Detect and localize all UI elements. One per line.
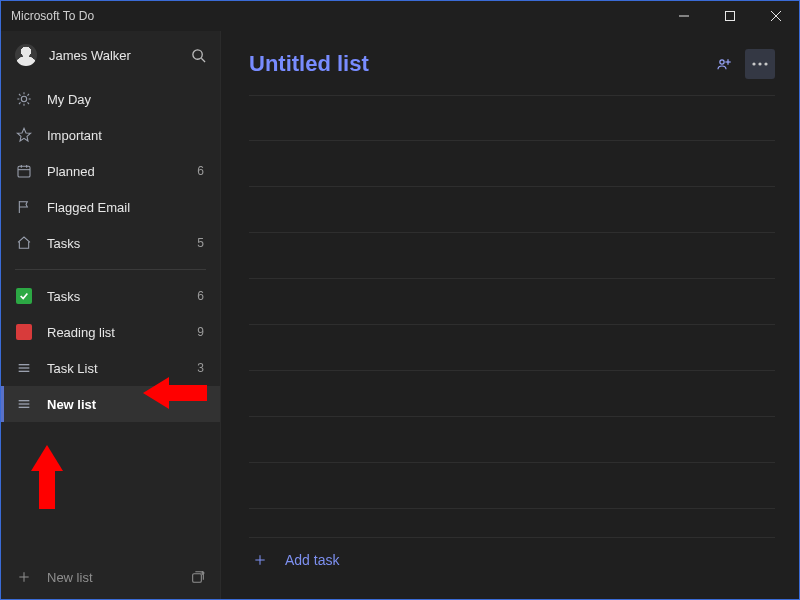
- new-list-label: New list: [47, 570, 190, 585]
- svg-line-13: [19, 102, 21, 104]
- add-task-label: Add task: [285, 552, 339, 568]
- sidebar-item-label: Important: [47, 128, 204, 143]
- svg-line-12: [27, 102, 29, 104]
- share-icon: [716, 56, 732, 72]
- sidebar-item-user-tasks[interactable]: Tasks 6: [1, 278, 220, 314]
- sidebar-item-task-list[interactable]: Task List 3: [1, 350, 220, 386]
- title-bar: Microsoft To Do: [1, 1, 799, 31]
- list-color-icon: [15, 324, 33, 340]
- sidebar-item-count: 6: [197, 289, 204, 303]
- sidebar-item-flagged-email[interactable]: Flagged Email: [1, 189, 220, 225]
- sidebar-item-count: 9: [197, 325, 204, 339]
- sidebar-item-label: Flagged Email: [47, 200, 204, 215]
- main-header: Untitled list: [221, 31, 799, 85]
- sidebar-item-important[interactable]: Important: [1, 117, 220, 153]
- search-icon: [191, 48, 206, 63]
- svg-point-4: [193, 49, 202, 58]
- sidebar-item-label: Task List: [47, 361, 197, 376]
- task-row[interactable]: [249, 95, 775, 141]
- task-row[interactable]: [249, 187, 775, 233]
- star-icon: [15, 127, 33, 143]
- share-button[interactable]: [709, 49, 739, 79]
- window-controls: [661, 1, 799, 31]
- search-button[interactable]: [191, 48, 206, 63]
- app-window: Microsoft To Do James Walker: [0, 0, 800, 600]
- add-task-row[interactable]: Add task: [249, 537, 775, 581]
- sidebar-item-my-day[interactable]: My Day: [1, 81, 220, 117]
- task-row[interactable]: [249, 371, 775, 417]
- minimize-icon: [679, 11, 689, 21]
- sidebar-item-label: Tasks: [47, 236, 197, 251]
- sidebar-item-label: New list: [47, 397, 204, 412]
- sidebar-item-planned[interactable]: Planned 6: [1, 153, 220, 189]
- task-row[interactable]: [249, 141, 775, 187]
- sidebar-item-label: My Day: [47, 92, 204, 107]
- main-panel: Untitled list: [221, 31, 799, 599]
- sidebar-divider: [15, 269, 206, 270]
- plus-icon: [15, 570, 33, 584]
- sidebar-item-count: 3: [197, 361, 204, 375]
- svg-point-6: [21, 96, 26, 101]
- svg-rect-1: [726, 12, 735, 21]
- svg-point-36: [764, 62, 767, 65]
- plus-icon: [253, 553, 267, 567]
- more-icon: [752, 62, 768, 66]
- svg-line-11: [19, 94, 21, 96]
- maximize-button[interactable]: [707, 1, 753, 31]
- sun-icon: [15, 91, 33, 107]
- svg-line-5: [201, 58, 205, 62]
- maximize-icon: [725, 11, 735, 21]
- close-button[interactable]: [753, 1, 799, 31]
- sidebar-item-count: 5: [197, 236, 204, 250]
- app-title: Microsoft To Do: [11, 9, 94, 23]
- smart-lists: My Day Important Planned 6: [1, 79, 220, 261]
- user-name: James Walker: [49, 48, 191, 63]
- list-options-button[interactable]: [745, 49, 775, 79]
- sidebar-item-reading-list[interactable]: Reading list 9: [1, 314, 220, 350]
- minimize-button[interactable]: [661, 1, 707, 31]
- body: James Walker My Day Importan: [1, 31, 799, 599]
- task-row[interactable]: [249, 463, 775, 509]
- task-row[interactable]: [249, 233, 775, 279]
- new-group-icon: [190, 569, 206, 585]
- new-group-button[interactable]: [190, 569, 206, 585]
- sidebar-item-tasks[interactable]: Tasks 5: [1, 225, 220, 261]
- sidebar: James Walker My Day Importan: [1, 31, 221, 599]
- sidebar-item-label: Planned: [47, 164, 197, 179]
- svg-line-14: [27, 94, 29, 96]
- user-row[interactable]: James Walker: [1, 31, 220, 79]
- sidebar-item-label: Reading list: [47, 325, 197, 340]
- svg-marker-15: [17, 128, 30, 141]
- flag-icon: [15, 199, 33, 215]
- svg-rect-28: [193, 574, 202, 583]
- task-area: [221, 85, 799, 537]
- svg-point-34: [752, 62, 755, 65]
- list-title[interactable]: Untitled list: [249, 51, 709, 77]
- home-icon: [15, 235, 33, 251]
- sidebar-item-count: 6: [197, 164, 204, 178]
- list-icon: [15, 360, 33, 376]
- sidebar-item-label: Tasks: [47, 289, 197, 304]
- calendar-icon: [15, 163, 33, 179]
- user-lists: Tasks 6 Reading list 9 Task List 3: [1, 278, 220, 422]
- avatar: [15, 44, 37, 66]
- checkbox-icon: [15, 288, 33, 304]
- task-row[interactable]: [249, 417, 775, 463]
- new-list-row[interactable]: New list: [1, 555, 220, 599]
- task-row[interactable]: [249, 279, 775, 325]
- svg-point-35: [758, 62, 761, 65]
- sidebar-item-new-list[interactable]: New list: [1, 386, 220, 422]
- task-row[interactable]: [249, 325, 775, 371]
- svg-point-31: [720, 60, 724, 64]
- list-icon: [15, 396, 33, 412]
- svg-rect-16: [18, 166, 30, 177]
- close-icon: [771, 11, 781, 21]
